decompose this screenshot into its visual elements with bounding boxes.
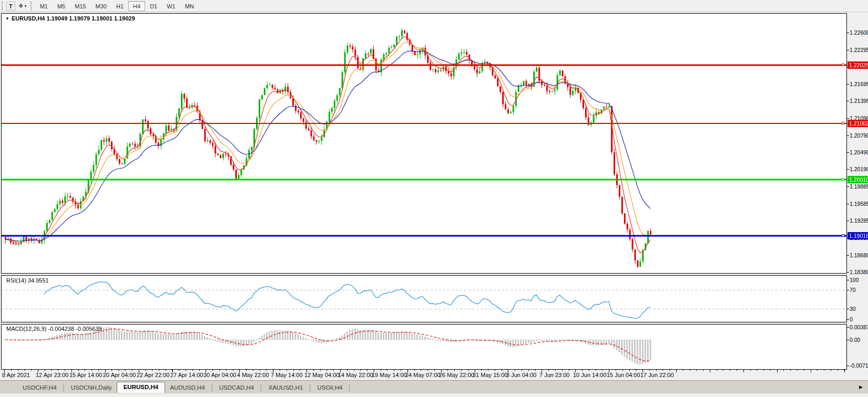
macd-canvas[interactable] [2,325,846,369]
price-axis-label: 1.21395 [850,98,868,104]
axis-tick [847,365,849,366]
price-axis-label: 1.20490 [850,149,868,155]
chart-dropdown-icon[interactable]: ▼ [5,16,9,21]
date-axis-label: 10 Jun 14:00 [573,372,607,378]
axis-tick [847,290,849,290]
price-tag: 1.21002 [847,120,868,127]
toolbar-grip [2,2,4,10]
symbol-ohlc-text: EURUSD,H4 1.19049 1.19079 1.19001 1.1902… [12,15,135,22]
rsi-axis-label: 30 [850,306,868,312]
timeframe-button-h4[interactable]: H4 [128,1,145,11]
rsi-canvas[interactable] [2,276,846,322]
price-chart-panel[interactable] [1,13,847,274]
candlestick-chart-canvas[interactable] [2,14,846,273]
chart-tab-bar: USDCHF,H4│USDCNH,DailyEURUSD,H4AUDUSD,H4… [0,380,868,393]
tab-usoil-h4[interactable]: USOil,H4 [312,383,347,393]
toolbar-grip [30,2,33,10]
tools-icon[interactable]: ❖ [15,3,25,9]
timeframe-button-w1[interactable]: W1 [162,1,180,11]
line-anchor-square[interactable] [842,234,844,237]
date-axis-label: 30 Apr 04:00 [203,372,236,378]
price-axis-label: 1.19885 [850,183,868,190]
tab-usdcnh-daily[interactable]: USDCNH,Daily [66,383,117,393]
date-axis-label: 7 Jun 23:00 [539,372,570,378]
timeframe-button-d1[interactable]: D1 [145,1,162,11]
tab-separator: │ [347,384,352,393]
text-tool-button[interactable]: T [6,2,15,11]
timeframe-button-h1[interactable]: H1 [111,1,128,11]
date-axis-label: 15 Apr 14:00 [69,372,102,378]
price-axis-label: 1.22600 [850,29,868,36]
top-toolbar: T ❖ ▾ M1M5M15M30H1H4D1W1MN [0,0,868,12]
price-axis-label: 1.20790 [850,132,868,139]
rsi-panel[interactable] [1,275,847,322]
macd-label: MACD(12,26,9) -0.004238 -0.005639 [6,326,102,332]
tab-separator: │ [210,384,215,393]
date-axis-label: 12 May 04:00 [304,372,340,378]
date-axis-label: 19 May 14:00 [372,372,407,378]
axis-tick [847,319,849,320]
date-axis-label: 26 May 22:00 [439,372,474,378]
axis-tick [847,309,849,309]
axis-tick [847,280,849,280]
timeframe-button-m30[interactable]: M30 [91,1,111,11]
macd-panel[interactable] [1,324,847,370]
axis-tick [847,50,849,50]
date-axis-label: 17 Jun 22:00 [640,372,674,378]
date-axis-label: 20 Apr 04:00 [103,372,136,378]
date-axis-label: 7 May 14:00 [271,372,303,378]
timeframe-button-m15[interactable]: M15 [70,1,90,11]
chart-title: ▼EURUSD,H4 1.19049 1.19079 1.19001 1.190… [5,15,135,22]
date-axis-label: 4 May 22:00 [237,372,269,378]
macd-axis-label: 0.00 [850,337,868,343]
tab-xauusd-h1[interactable]: XAUUSD,H1 [263,383,308,393]
tab-usdchf-h4[interactable]: USDCHF,H4 [18,383,62,393]
tab-audusd-h4[interactable]: AUDUSD,H4 [165,383,209,393]
timeframe-button-m1[interactable]: M1 [35,1,53,11]
axis-tick [847,101,849,101]
rsi-axis-label: 100 [850,277,868,283]
axis-tick [847,221,849,221]
date-axis-label: 22 Apr 22:00 [137,372,169,378]
tab-separator: │ [308,384,312,393]
axis-tick [847,33,849,33]
timeframe-button-mn[interactable]: MN [180,1,199,11]
date-axis-label: 3 Jun 04:00 [506,372,537,378]
axis-tick [847,84,849,85]
tab-separator: │ [62,384,66,393]
time-axis: 8 Apr 202112 Apr 23:0015 Apr 14:0020 Apr… [0,370,868,380]
axis-tick [847,204,849,204]
timeframe-group: M1M5M15M30H1H4D1W1MN [35,1,199,11]
rsi-axis-label: 0 [850,316,868,322]
axis-tick [847,327,849,328]
date-axis-label: 14 May 22:00 [338,372,373,378]
price-axis-label: 1.18680 [850,252,868,258]
date-axis-label: 12 Apr 23:00 [36,372,68,378]
axis-tick [847,340,849,340]
tab-scroll-right-icon[interactable]: ▶ [859,384,863,390]
axis-tick [847,186,849,187]
line-anchor-square[interactable] [842,64,844,66]
axis-tick [847,169,849,170]
tab-separator: │ [259,384,263,393]
horizontal-scrollbar[interactable] [0,393,868,397]
price-axis-label: 1.21695 [850,81,868,87]
axis-tick [847,272,849,273]
price-tag: 1.19018 [847,232,868,239]
axis-tick [847,118,849,119]
timeframe-button-m5[interactable]: M5 [53,1,70,11]
chevron-down-icon[interactable]: ▾ [25,4,29,8]
axis-tick [847,152,849,153]
price-axis-label: 1.18380 [850,269,868,275]
tab-eurusd-h4[interactable]: EURUSD,H4 [117,382,165,393]
macd-axis-label: 0.003873 [850,324,868,330]
price-axis-label: 1.20190 [850,166,868,172]
line-anchor-square[interactable] [842,178,844,181]
axis-tick [847,135,849,136]
date-axis-label: 24 May 07:00 [405,372,441,378]
line-anchor-square[interactable] [842,122,844,124]
macd-axis-label: -0.00719 [850,362,868,369]
price-tag: 1.20010 [847,176,868,183]
tab-usdcad-h4[interactable]: USDCAD,H4 [215,383,259,393]
axis-tick [847,255,849,256]
